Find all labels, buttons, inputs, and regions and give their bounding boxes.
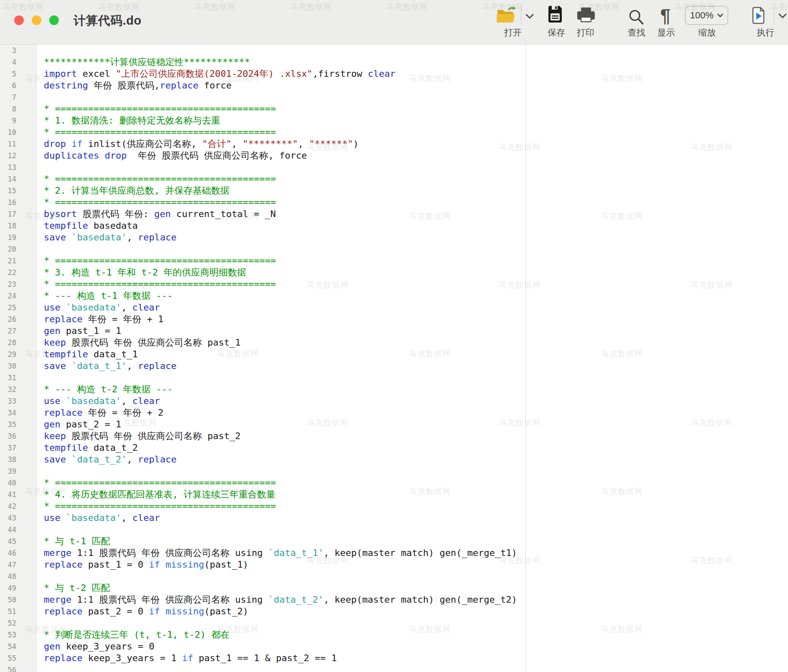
close-window-button[interactable] xyxy=(14,15,24,25)
run-menu-chevron-down-icon[interactable] xyxy=(778,13,787,19)
code-segment: replace xyxy=(138,361,177,371)
code-line: gen past_2 = 1 xyxy=(44,419,788,430)
code-line: replace 年份 = 年份 + 2 xyxy=(44,407,788,419)
save-button[interactable] xyxy=(548,5,563,23)
line-number: 22 xyxy=(0,267,36,278)
code-segment: data_t_1 xyxy=(88,349,138,359)
code-line: bysort 股票代码 年份: gen current_total = _N xyxy=(44,208,788,220)
code-line: import excel "上市公司供应商数据(2001-2024年) .xls… xyxy=(44,68,788,80)
code-segment: force xyxy=(198,80,231,91)
code-segment: gen xyxy=(44,641,61,652)
zoom-level-dropdown[interactable]: 100% xyxy=(685,6,728,25)
line-number: 55 xyxy=(0,652,36,664)
line-number: 42 xyxy=(0,500,36,512)
minimize-window-button[interactable] xyxy=(32,15,41,25)
toolbar-separator xyxy=(521,8,521,24)
code-segment: keep_3_years = 0 xyxy=(61,641,154,652)
code-segment: `basedata' xyxy=(66,302,121,313)
zoom-window-button[interactable] xyxy=(49,15,59,25)
code-line: use `basedata', clear xyxy=(44,302,788,313)
line-number: 36 xyxy=(0,430,36,442)
code-segment: destring xyxy=(44,80,88,91)
code-line: replace keep_3_years = 1 if past_1 == 1 … xyxy=(44,652,788,664)
code-line: * --- 构造 t-1 年数据 --- xyxy=(44,290,788,302)
code-line: save `data_t_1', replace xyxy=(44,360,788,372)
code-segment: past_1 == 1 & past_2 == 1 xyxy=(193,653,337,663)
line-number: 11 xyxy=(0,138,36,150)
code-segment: clear xyxy=(132,302,160,313)
line-number: 35 xyxy=(0,419,36,430)
code-segment: * 与 t-1 匹配 xyxy=(44,536,110,546)
do-file-editor[interactable]: 3456789101112131415161718192021222324252… xyxy=(0,45,788,672)
line-number: 54 xyxy=(0,641,36,652)
code-segment: 股票代码 年份: xyxy=(77,209,154,219)
line-number: 51 xyxy=(0,606,36,617)
line-number: 50 xyxy=(0,594,36,606)
code-segment: * ======================================… xyxy=(44,279,276,289)
code-segment: save xyxy=(44,454,66,465)
code-line xyxy=(44,617,788,629)
line-number: 31 xyxy=(0,372,36,384)
code-segment: if xyxy=(182,653,193,663)
find-button[interactable] xyxy=(629,9,645,26)
pilcrow-icon: ¶ xyxy=(660,5,670,26)
code-segment: past_2 = 0 xyxy=(83,606,149,616)
save-floppy-icon xyxy=(548,5,563,23)
code-line: drop if inlist(供应商公司名称, "合计", "********"… xyxy=(44,138,788,150)
code-line: * 1. 数据清洗: 删除特定无效名称与去重 xyxy=(44,115,788,126)
code-segment: `basedata' xyxy=(66,513,121,523)
print-button[interactable] xyxy=(576,8,596,23)
code-segment xyxy=(66,361,71,371)
show-button[interactable]: ¶ xyxy=(660,7,670,25)
code-segment: 年份 = 年份 + 1 xyxy=(83,314,164,324)
code-segment: , xyxy=(121,302,132,313)
code-segment: , xyxy=(127,454,138,465)
code-segment: 股票代码 年份 供应商公司名称 past_1 xyxy=(66,337,240,348)
line-number: 46 xyxy=(0,547,36,559)
code-segment: clear xyxy=(132,513,160,523)
code-line: replace past_1 = 0 if missing(past_1) xyxy=(44,559,788,571)
line-number-gutter: 3456789101112131415161718192021222324252… xyxy=(0,45,37,672)
line-number: 30 xyxy=(0,360,36,372)
code-line: tempfile data_t_1 xyxy=(44,349,788,360)
code-segment: * ======================================… xyxy=(44,501,276,511)
code-segment: 年份 股票代码 供应商公司名称, force xyxy=(127,150,307,161)
code-line xyxy=(44,571,788,582)
line-number: 14 xyxy=(0,173,36,185)
code-segment: keep_3_years = 1 xyxy=(83,653,182,663)
code-segment xyxy=(66,232,71,243)
show-label: 显示 xyxy=(657,27,675,38)
line-number: 25 xyxy=(0,302,36,313)
line-number: 41 xyxy=(0,489,36,500)
code-segment xyxy=(66,454,71,465)
open-button[interactable] xyxy=(495,6,517,24)
code-segment: excel xyxy=(77,68,116,79)
run-button[interactable] xyxy=(752,7,765,24)
code-segment: ,firstrow xyxy=(313,68,368,79)
code-segment: * --- 构造 t-1 年数据 --- xyxy=(44,291,173,301)
line-number: 10 xyxy=(0,126,36,138)
line-number: 21 xyxy=(0,255,36,267)
code-segment: gen xyxy=(154,209,171,219)
code-segment: replace xyxy=(44,407,83,418)
code-line xyxy=(44,91,788,103)
print-label: 打印 xyxy=(577,27,594,38)
code-line: * 4. 将历史数据匹配回基准表, 计算连续三年重合数量 xyxy=(44,489,788,500)
code-line: use `basedata', clear xyxy=(44,395,788,407)
code-line xyxy=(44,465,788,477)
code-segment: 1:1 股票代码 年份 供应商公司名称 using xyxy=(71,594,268,605)
code-line: * ======================================… xyxy=(44,197,788,208)
code-segment: , xyxy=(127,232,138,243)
line-number: 29 xyxy=(0,349,36,360)
code-line: * ======================================… xyxy=(44,477,788,489)
code-line: * 与 t-1 匹配 xyxy=(44,536,788,547)
code-line: * ======================================… xyxy=(44,255,788,267)
code-area[interactable]: ************计算供应链稳定性************import e… xyxy=(44,45,788,672)
zoom-value: 100% xyxy=(690,10,713,21)
line-number: 43 xyxy=(0,512,36,524)
code-segment: `data_t_2' xyxy=(71,454,126,465)
line-number: 27 xyxy=(0,325,36,337)
code-segment: data_t_2 xyxy=(88,442,138,453)
code-segment: tempfile xyxy=(44,220,88,231)
open-menu-chevron-down-icon[interactable] xyxy=(525,13,534,19)
